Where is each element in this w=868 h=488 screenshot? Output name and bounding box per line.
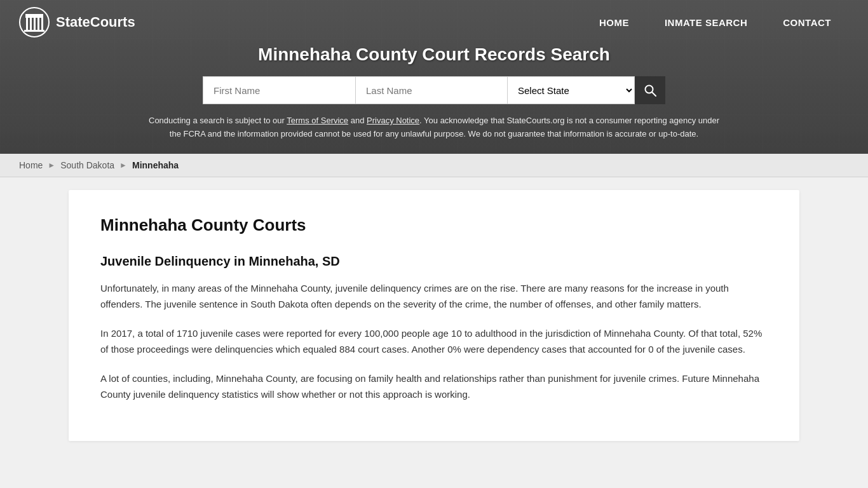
svg-rect-6 [34, 18, 36, 30]
svg-rect-2 [25, 16, 43, 18]
svg-rect-7 [37, 18, 39, 30]
paragraph-3: A lot of counties, including, Minnehaha … [100, 370, 768, 403]
paragraph-1: Unfortunately, in many areas of the Minn… [100, 280, 768, 313]
breadcrumb-state[interactable]: South Dakota [60, 160, 114, 170]
main-wrapper: Minnehaha County Courts Juvenile Delinqu… [0, 177, 868, 488]
header-content: Minnehaha County Court Records Search Se… [0, 44, 868, 154]
search-icon [644, 84, 656, 97]
search-button[interactable] [635, 76, 665, 104]
svg-rect-4 [26, 18, 28, 30]
search-bar: Select State South Dakota Alabama Alaska… [13, 76, 855, 104]
breadcrumb-home[interactable]: Home [19, 160, 43, 170]
nav-contact[interactable]: CONTACT [765, 17, 849, 28]
svg-rect-1 [24, 30, 44, 32]
county-title: Minnehaha County Courts [100, 215, 768, 235]
breadcrumb: Home ► South Dakota ► Minnehaha [0, 154, 868, 177]
terms-link[interactable]: Terms of Service [287, 116, 348, 125]
paragraph-2: In 2017, a total of 1710 juvenile cases … [100, 325, 768, 358]
state-select[interactable]: Select State South Dakota Alabama Alaska… [508, 76, 635, 104]
first-name-input[interactable] [203, 76, 355, 104]
content-card: Minnehaha County Courts Juvenile Delinqu… [69, 190, 799, 441]
logo-icon [19, 7, 50, 37]
breadcrumb-current: Minnehaha [132, 160, 179, 170]
logo-link[interactable]: StateCourts [19, 7, 135, 37]
last-name-input[interactable] [355, 76, 508, 104]
section-title: Juvenile Delinquency in Minnehaha, SD [100, 254, 768, 269]
svg-rect-3 [25, 14, 43, 16]
logo-text: StateCourts [56, 14, 135, 30]
nav-inmate-search[interactable]: INMATE SEARCH [647, 17, 765, 28]
svg-rect-5 [30, 18, 32, 30]
nav-home[interactable]: HOME [581, 17, 647, 28]
header: StateCourts HOME INMATE SEARCH CONTACT M… [0, 0, 868, 154]
nav-links: HOME INMATE SEARCH CONTACT [581, 17, 849, 28]
breadcrumb-sep-2: ► [119, 161, 127, 170]
breadcrumb-sep-1: ► [48, 161, 55, 170]
disclaimer-text: Conducting a search is subject to our Te… [148, 114, 720, 141]
page-title: Minnehaha County Court Records Search [13, 44, 855, 65]
navigation: StateCourts HOME INMATE SEARCH CONTACT [0, 0, 868, 44]
privacy-link[interactable]: Privacy Notice [367, 116, 419, 125]
svg-rect-8 [41, 18, 43, 30]
svg-line-10 [652, 92, 656, 96]
